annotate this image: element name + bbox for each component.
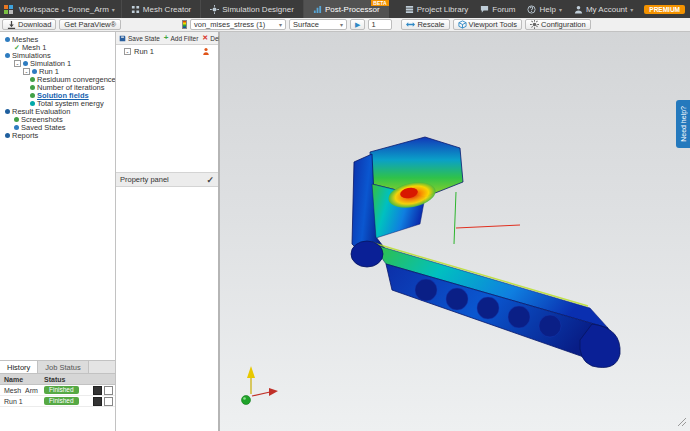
status-badge: Finished [44, 386, 79, 394]
collapse-icon[interactable]: - [23, 68, 30, 75]
row-delete-button[interactable] [104, 386, 113, 395]
download-button[interactable]: Download [2, 19, 56, 30]
my-account-menu[interactable]: My Account ▾ [568, 0, 639, 18]
apply-check-icon[interactable]: ✓ [206, 175, 214, 185]
meshes-icon [5, 37, 10, 42]
result-icon [30, 101, 35, 106]
drone-arm-3d-model [220, 32, 690, 431]
project-name: Drone_Arm [68, 5, 109, 14]
tab-simulation-designer[interactable]: Simulation Designer [200, 0, 303, 18]
cube-icon [458, 20, 467, 29]
breadcrumb-separator-icon: ▸ [62, 6, 65, 13]
viewport-tools-button[interactable]: Viewport Tools [453, 19, 523, 30]
chevron-down-icon: ▾ [279, 21, 282, 28]
simulations-icon [5, 53, 10, 58]
tab-history[interactable]: History [0, 361, 38, 373]
status-badge: Finished [44, 397, 79, 405]
check-icon: ✓ [14, 44, 20, 51]
designer-gear-icon [210, 5, 219, 14]
render-mode-dropdown[interactable]: Surface ▾ [289, 19, 347, 30]
play-icon: ▶ [355, 21, 360, 29]
table-row[interactable]: Mesh_Arm Finished [0, 385, 115, 396]
tree-item-meshes[interactable]: Meshes [0, 35, 115, 43]
screenshots-icon [14, 117, 19, 122]
3d-viewport[interactable]: Need help? [219, 32, 690, 431]
history-panel: History Job Status Name Status Mesh_Arm … [0, 360, 115, 431]
property-panel-header[interactable]: Property panel ✓ [116, 172, 218, 187]
result-icon [30, 77, 35, 82]
simulation-icon [23, 61, 28, 66]
forum-button[interactable]: Forum [474, 0, 521, 18]
saved-states-icon [14, 125, 19, 130]
help-icon [527, 5, 536, 14]
table-row[interactable]: Run 1 Finished [0, 396, 115, 407]
row-action-button[interactable] [93, 397, 102, 406]
result-icon [30, 85, 35, 90]
workspace-breadcrumb[interactable]: Workspace ▸ Drone_Arm ▾ [13, 0, 121, 18]
help-menu[interactable]: Help ▾ [521, 0, 567, 18]
run-person-icon [202, 47, 210, 56]
model-y-axis [454, 192, 456, 244]
project-tree: Meshes ✓Mesh 1 Simulations -Simulation 1… [0, 32, 115, 360]
mesh-grid-icon [131, 5, 140, 14]
get-paraview-button[interactable]: Get ParaView® [59, 19, 121, 30]
gear-icon [530, 20, 539, 29]
plus-icon: + [164, 34, 169, 42]
result-icon [30, 93, 35, 98]
app-logo-icon[interactable] [4, 5, 13, 14]
run-icon [32, 69, 37, 74]
evaluation-icon [5, 109, 10, 114]
chevron-down-icon: ▾ [559, 6, 562, 13]
library-icon [405, 5, 414, 14]
history-tabs: History Job Status [0, 361, 115, 374]
post-processor-toolbar: Download Get ParaView® von_mises_stress … [0, 18, 690, 32]
resize-handle-icon[interactable] [678, 418, 686, 426]
reports-icon [5, 133, 10, 138]
color-legend-icon [182, 20, 187, 29]
beta-badge: BETA [371, 0, 388, 6]
chevron-down-icon: ▾ [630, 6, 633, 13]
orientation-triad [242, 366, 279, 405]
save-state-button[interactable]: Save State [119, 35, 160, 42]
row-delete-button[interactable] [104, 397, 113, 406]
chevron-down-icon: ▾ [340, 21, 343, 28]
collapse-icon[interactable]: - [14, 60, 21, 67]
add-filter-button[interactable]: + Add Filter [164, 34, 199, 42]
rescale-arrows-icon [406, 20, 415, 29]
speech-bubble-icon [480, 5, 489, 14]
frame-number-input[interactable] [368, 19, 392, 30]
model-x-axis [456, 225, 520, 228]
chart-bars-icon [313, 5, 322, 14]
top-bar: Workspace ▸ Drone_Arm ▾ Mesh Creator Sim… [0, 0, 690, 18]
configuration-button[interactable]: Configuration [525, 19, 591, 30]
project-library-button[interactable]: Project Library [399, 0, 475, 18]
history-table-header: Name Status [0, 374, 115, 385]
tree-item-reports[interactable]: Reports [0, 131, 115, 139]
tab-mesh-creator[interactable]: Mesh Creator [121, 0, 200, 18]
filter-run-item[interactable]: - Run 1 [116, 45, 218, 58]
save-icon [119, 35, 126, 42]
row-action-button[interactable] [93, 386, 102, 395]
play-button[interactable]: ▶ [350, 19, 365, 30]
download-icon [7, 20, 16, 29]
chevron-down-icon: ▾ [112, 6, 115, 13]
premium-badge: PREMIUM [644, 5, 685, 14]
x-icon: ✕ [202, 34, 208, 42]
tab-job-status[interactable]: Job Status [38, 361, 88, 373]
user-icon [574, 5, 583, 14]
workspace-label: Workspace [19, 5, 59, 14]
collapse-icon[interactable]: - [124, 48, 131, 55]
filter-panel: Save State + Add Filter ✕ Delete Filter … [116, 32, 219, 431]
tab-post-processor[interactable]: Post-Processor BETA [303, 0, 389, 18]
rescale-button[interactable]: Rescale [401, 19, 449, 30]
filter-toolbar: Save State + Add Filter ✕ Delete Filter [116, 32, 218, 45]
project-tree-sidebar: Meshes ✓Mesh 1 Simulations -Simulation 1… [0, 32, 116, 431]
simulation-app-window: Workspace ▸ Drone_Arm ▾ Mesh Creator Sim… [0, 0, 690, 431]
field-dropdown[interactable]: von_mises_stress (1) ▾ [190, 19, 286, 30]
need-help-tab[interactable]: Need help? [676, 100, 690, 148]
